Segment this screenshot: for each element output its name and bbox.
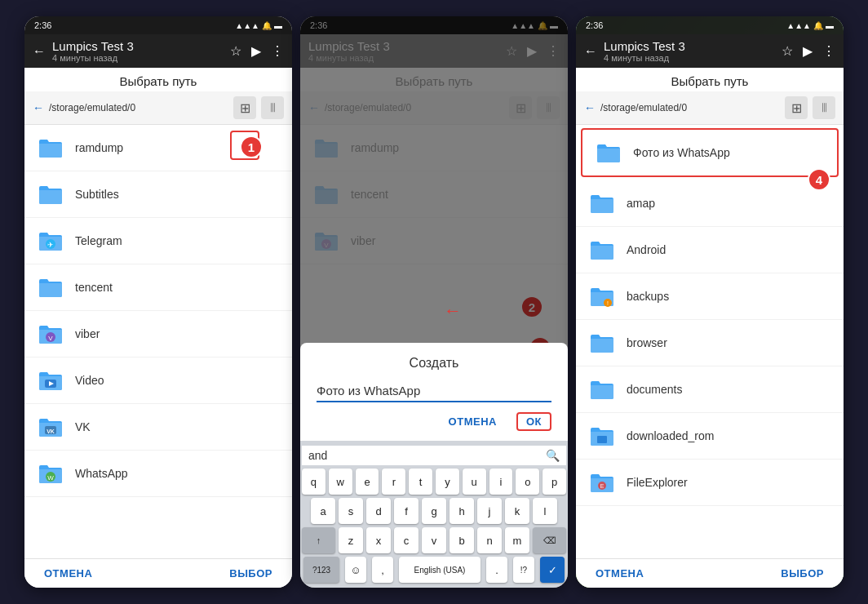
list-item[interactable]: browser [576,320,844,366]
step-badge-1: 1 [240,135,263,158]
key-z[interactable]: z [339,527,363,553]
key-g[interactable]: g [422,498,446,524]
bottom-bar-1: ОТМЕНА ВЫБОР [24,558,292,588]
key-u[interactable]: u [463,469,486,495]
path-back-1[interactable]: ← [33,101,44,114]
key-i[interactable]: i [489,469,513,495]
back-button-3[interactable]: ← [584,44,597,59]
list-item[interactable]: E FileExplorer [576,460,844,506]
select-button-1[interactable]: ВЫБОР [229,567,272,580]
key-t[interactable]: t [409,469,432,495]
key-enter[interactable]: ✓ [540,557,565,583]
dialog-actions: ОТМЕНА ОК [317,412,551,434]
cancel-button-1[interactable]: ОТМЕНА [44,567,92,580]
signal-icon-3: ▲▲▲ [786,21,811,30]
list-item[interactable]: V viber [24,311,292,358]
key-n[interactable]: n [477,527,502,553]
key-v[interactable]: v [422,527,446,553]
status-icons-1: ▲▲▲ 🔔 ▬ [235,21,282,30]
key-d[interactable]: d [366,498,391,524]
file-name: documents [627,383,682,396]
list-item[interactable]: Android [576,227,844,273]
key-p[interactable]: p [542,469,566,495]
folder-icon [36,133,65,162]
list-item[interactable]: Subtitles [24,171,292,218]
list-item[interactable]: Video [24,358,292,404]
folder-icon: V [36,319,65,349]
sort-icon-1: ⫴ [270,100,276,115]
phone-screen-1: 2:36 ▲▲▲ 🔔 ▬ ← Lumpics Test 3 4 минуты н… [24,16,292,588]
key-shift[interactable]: ↑ [302,527,335,553]
more-icon-1[interactable]: ⋮ [271,43,284,59]
key-a[interactable]: a [311,498,335,524]
list-item[interactable]: W WhatsApp [24,451,292,497]
file-name: Subtitles [75,188,119,201]
key-o[interactable]: o [516,469,539,495]
more-icon-3[interactable]: ⋮ [822,43,835,59]
share-icon-3[interactable]: ▶ [803,43,813,59]
list-item[interactable]: tencent [24,264,292,311]
time-3: 2:36 [586,20,603,30]
star-icon-1[interactable]: ☆ [230,43,241,59]
path-back-3[interactable]: ← [584,101,596,114]
bottom-bar-3: ОТМЕНА ВЫБОР [576,558,844,588]
list-item[interactable]: documents [576,366,844,413]
list-item[interactable]: ! backups [576,273,844,320]
file-name: browser [627,336,667,349]
key-l[interactable]: l [533,498,557,524]
path-text-3: /storage/emulated/0 [600,102,780,113]
sort-button-3[interactable]: ⫴ [813,96,835,119]
star-icon-3[interactable]: ☆ [782,43,793,59]
key-emoji[interactable]: ☺ [345,557,366,583]
folder-icon: ✈ [36,226,65,255]
key-period[interactable]: . [486,557,507,583]
key-comma[interactable]: , [372,557,393,583]
key-r[interactable]: r [382,469,405,495]
add-folder-button-3[interactable]: ⊞ [785,96,808,119]
list-item[interactable]: VK VK [24,404,292,451]
key-e[interactable]: e [356,469,379,495]
key-y[interactable]: y [436,469,459,495]
key-w[interactable]: w [329,469,352,495]
folder-icon [36,180,65,209]
file-name: tencent [75,281,113,294]
key-backspace[interactable]: ⌫ [533,527,566,553]
share-icon-1[interactable]: ▶ [251,43,261,59]
sort-button-1[interactable]: ⫴ [261,96,284,119]
cancel-button-3[interactable]: ОТМЕНА [596,567,644,580]
status-bar-1: 2:36 ▲▲▲ 🔔 ▬ [24,16,292,34]
key-h[interactable]: h [450,498,474,524]
select-button-3[interactable]: ВЫБОР [781,567,824,580]
key-j[interactable]: j [477,498,502,524]
back-button-1[interactable]: ← [33,44,46,59]
list-item[interactable]: amap [576,180,844,227]
file-name: Android [627,243,666,256]
key-c[interactable]: c [394,527,418,553]
add-folder-button-1[interactable]: ⊞ [233,96,256,119]
list-item[interactable]: ✈ Telegram [24,218,292,264]
key-s[interactable]: s [339,498,363,524]
title-3: Lumpics Test 3 [604,39,775,53]
key-space[interactable]: English (USA) [399,557,480,583]
arrow-icon: ← [444,300,462,322]
keyboard-row-2: a s d f g h j k l [302,498,566,524]
key-b[interactable]: b [450,527,474,553]
phone-screen-3: 2:36 ▲▲▲ 🔔 ▬ ← Lumpics Test 3 4 минуты н… [576,16,844,588]
key-m[interactable]: m [505,527,529,553]
keyboard-row-4: ?123 ☺ , English (USA) . !? ✓ [302,557,566,583]
subtitle-1: 4 минуты назад [52,53,224,63]
svg-rect-14 [597,436,607,443]
status-bar-3: 2:36 ▲▲▲ 🔔 ▬ [576,16,844,34]
key-123[interactable]: ?123 [303,557,339,583]
key-x[interactable]: x [366,527,391,553]
key-k[interactable]: k [505,498,529,524]
dialog-cancel-button[interactable]: ОТМЕНА [449,412,497,431]
list-item[interactable]: downloaded_rom [576,413,844,460]
dialog-input[interactable] [317,380,551,402]
key-exclaim[interactable]: !? [513,557,534,583]
list-item-highlighted[interactable]: Фото из WhatsApp [581,128,839,177]
key-q[interactable]: q [302,469,326,495]
key-f[interactable]: f [394,498,418,524]
dialog-ok-button[interactable]: ОК [516,412,551,431]
add-folder-icon-1: ⊞ [240,100,250,116]
